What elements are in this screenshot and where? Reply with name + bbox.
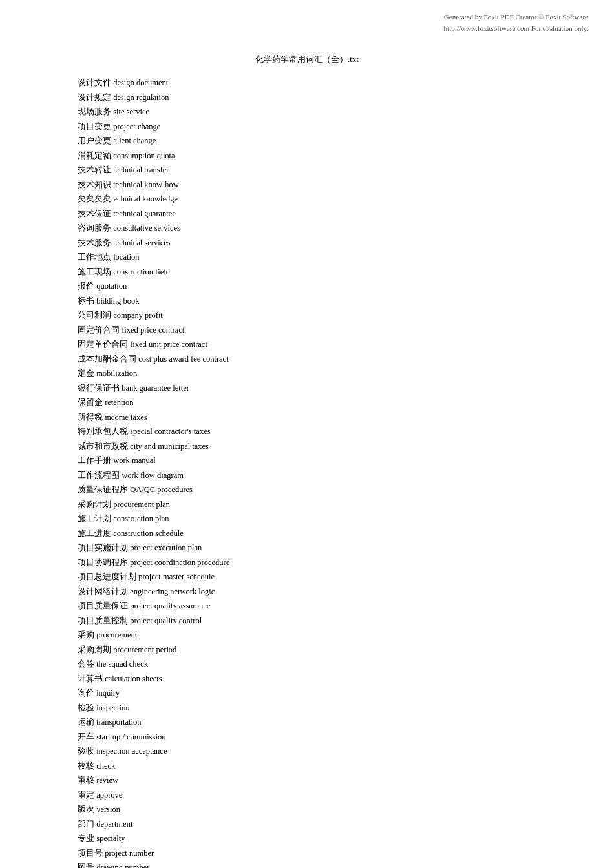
list-item: 审定 approve	[78, 788, 562, 803]
list-item: 技术转让 technical transfer	[78, 163, 562, 178]
list-item: 计算书 calculation sheets	[78, 672, 562, 687]
page-title: 化学药学常用词汇（全）.txt	[0, 54, 614, 65]
list-item: 设计文件 design document	[78, 76, 562, 90]
header-line2: http://www.foxitsoftware.com For evaluat…	[444, 25, 588, 32]
list-item: 银行保证书 bank guarantee letter	[78, 381, 562, 396]
list-item: 用户变更 client change	[78, 134, 562, 149]
list-item: 图号 drawing number	[78, 860, 562, 868]
list-item: 验收 inspection acceptance	[78, 744, 562, 759]
list-item: 报价 quotation	[78, 279, 562, 294]
list-item: 项目总进度计划 project master schedule	[78, 570, 562, 584]
list-item: 消耗定额 consumption quota	[78, 149, 562, 163]
list-item: 部门 department	[78, 817, 562, 832]
list-item: 项目质量保证 project quality assurance	[78, 599, 562, 614]
list-item: 版次 version	[78, 802, 562, 817]
list-item: 项目质量控制 project quality control	[78, 614, 562, 628]
list-item: 校核 check	[78, 759, 562, 774]
list-item: 特别承包人税 special contractor's taxes	[78, 424, 562, 439]
list-item: 现场服务 site service	[78, 105, 562, 119]
list-item: 开车 start up / commission	[78, 730, 562, 745]
list-item: 采购计划 procurement plan	[78, 497, 562, 512]
list-item: 专业 specialty	[78, 831, 562, 846]
list-item: 运输 transportation	[78, 715, 562, 730]
list-item: 公司利润 company profit	[78, 308, 562, 323]
list-item: 采购 procurement	[78, 628, 562, 643]
list-item: 询价 inquiry	[78, 686, 562, 701]
list-item: 工作地点 location	[78, 250, 562, 265]
list-item: 标书 bidding book	[78, 294, 562, 309]
list-item: 成本加酬金合同 cost plus award fee contract	[78, 352, 562, 367]
list-item: 施工计划 construction plan	[78, 512, 562, 526]
page-header: Generated by Foxit PDF Creator © Foxit S…	[0, 0, 614, 41]
list-item: 技术服务 technical services	[78, 236, 562, 251]
list-item: 项目号 project number	[78, 846, 562, 861]
list-item: 所得税 income taxes	[78, 410, 562, 425]
list-item: 审核 review	[78, 773, 562, 788]
list-item: 技术知识 technical know-how	[78, 178, 562, 192]
list-item: 质量保证程序 QA/QC procedures	[78, 482, 562, 497]
list-item: 咨询服务 consultative services	[78, 221, 562, 236]
list-item: 施工现场 construction field	[78, 265, 562, 280]
list-item: 定金 mobilization	[78, 366, 562, 381]
list-item: 项目协调程序 project coordination procedure	[78, 555, 562, 570]
content-area: 设计文件 design document设计规定 design regulati…	[0, 76, 614, 868]
list-item: 固定价合同 fixed price contract	[78, 323, 562, 338]
list-item: 施工进度 construction schedule	[78, 526, 562, 541]
header-line1: Generated by Foxit PDF Creator © Foxit S…	[444, 13, 588, 21]
list-item: 采购周期 procurement period	[78, 643, 562, 657]
list-item: 项目实施计划 project execution plan	[78, 541, 562, 555]
list-item: 技术保证 technical guarantee	[78, 207, 562, 222]
list-item: 设计网络计划 engineering network logic	[78, 584, 562, 599]
list-item: 城市和市政税 city and municipal taxes	[78, 439, 562, 454]
list-item: 检验 inspection	[78, 701, 562, 716]
list-item: 工作手册 work manual	[78, 453, 562, 468]
list-item: 矣矣矣矣technical knowledge	[78, 192, 562, 207]
list-item: 固定单价合同 fixed unit price contract	[78, 337, 562, 352]
list-item: 工作流程图 work flow diagram	[78, 468, 562, 483]
list-item: 设计规定 design regulation	[78, 90, 562, 105]
list-item: 保留金 retention	[78, 395, 562, 410]
list-item: 会签 the squad check	[78, 657, 562, 672]
list-item: 项目变更 project change	[78, 119, 562, 134]
